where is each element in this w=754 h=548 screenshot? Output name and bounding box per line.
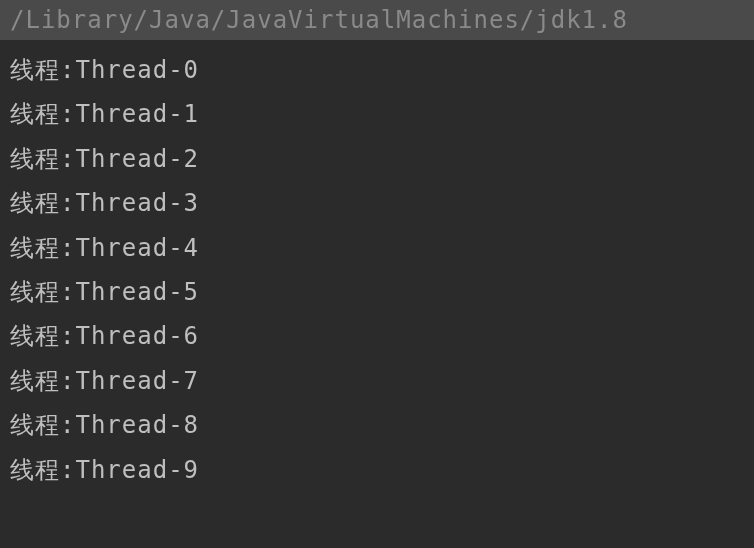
console-header-path: /Library/Java/JavaVirtualMachines/jdk1.8	[0, 0, 754, 40]
console-line: 线程:Thread-0	[10, 48, 744, 92]
console-line: 线程:Thread-8	[10, 403, 744, 447]
console-line: 线程:Thread-7	[10, 359, 744, 403]
console-output: 线程:Thread-0 线程:Thread-1 线程:Thread-2 线程:T…	[0, 40, 754, 500]
console-line: 线程:Thread-1	[10, 92, 744, 136]
console-line: 线程:Thread-9	[10, 448, 744, 492]
console-line: 线程:Thread-2	[10, 137, 744, 181]
console-line: 线程:Thread-5	[10, 270, 744, 314]
console-line: 线程:Thread-3	[10, 181, 744, 225]
console-line: 线程:Thread-4	[10, 226, 744, 270]
console-line: 线程:Thread-6	[10, 314, 744, 358]
